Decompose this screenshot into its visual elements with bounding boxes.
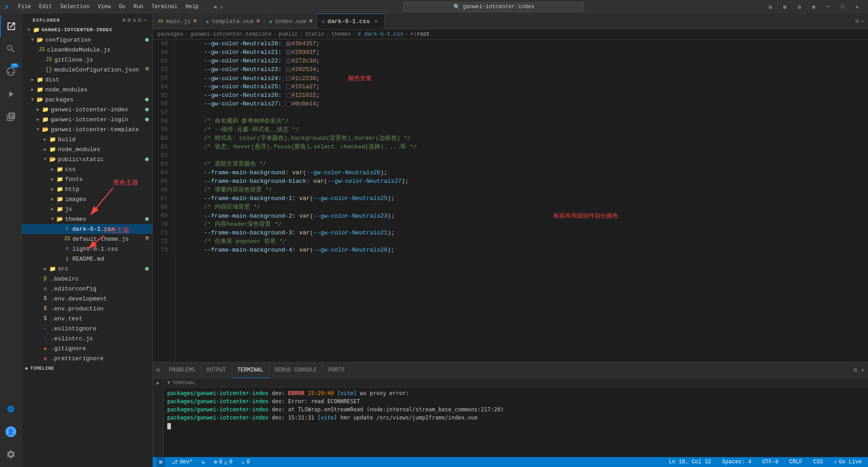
sidebar-item-gitignore[interactable]: ◆ .gitignore: [22, 343, 152, 353]
search-box[interactable]: 🔍 ganwei-iotcenter-index: [403, 2, 584, 12]
sidebar-item-js-folder[interactable]: ▶ 📁 js: [22, 204, 152, 214]
timeline-section[interactable]: ▶ TIMELINE: [22, 363, 152, 373]
statusbar-encoding[interactable]: UTF-8: [760, 457, 781, 467]
sidebar-item-build[interactable]: ▶ 📁 build: [22, 134, 152, 144]
menu-edit[interactable]: Edit: [35, 3, 56, 11]
statusbar-spaces[interactable]: Spaces: 4: [719, 457, 754, 467]
sidebar-item-configuration[interactable]: ▼ 📂 configuration: [22, 35, 152, 45]
breadcrumb-root[interactable]: ⚡:root: [410, 31, 429, 38]
panel-tab-debug[interactable]: DEBUG CONSOLE: [269, 362, 323, 378]
layout3-button[interactable]: ⊟: [793, 2, 806, 11]
menu-run[interactable]: Run: [130, 3, 147, 11]
sidebar-item-css[interactable]: ▶ 📁 css: [22, 164, 152, 174]
sidebar-item-light-css[interactable]: # light-6-1.css: [22, 244, 152, 254]
sidebar-item-node-modules[interactable]: ▶ 📁 node_modules: [22, 85, 152, 95]
activity-remote[interactable]: [0, 398, 22, 420]
sidebar-item-readme[interactable]: ℹ README.md: [22, 254, 152, 264]
activity-source-control[interactable]: 15: [0, 61, 22, 82]
sidebar-item-images[interactable]: ▶ 📁 images: [22, 194, 152, 204]
breadcrumb-public[interactable]: public: [278, 31, 298, 38]
minimize-button[interactable]: ─: [822, 2, 835, 11]
layout4-button[interactable]: ⊞: [807, 2, 820, 11]
sidebar-item-src[interactable]: ▶ 📁 src: [22, 264, 152, 274]
statusbar-sync[interactable]: ↻: [199, 457, 208, 467]
activity-account[interactable]: 👤: [0, 421, 22, 443]
sidebar-item-dark-css[interactable]: # dark-6-1.css: [22, 224, 152, 234]
back-button[interactable]: ◀: [213, 3, 217, 10]
statusbar-info[interactable]: ⚠ 0: [239, 457, 252, 467]
sidebar-item-env-test[interactable]: $ .env.test: [22, 314, 152, 324]
sidebar-item-moduleConfiguration[interactable]: {} moduleConfiguration.json M: [22, 65, 152, 75]
panel-maximize-icon[interactable]: ⊞: [854, 367, 857, 374]
sidebar-item-nm2[interactable]: ▶ 📁 node_modules: [22, 144, 152, 154]
statusbar-line-ending[interactable]: CRLF: [787, 457, 805, 467]
statusbar-remote[interactable]: ⊞: [156, 457, 165, 467]
code-content[interactable]: --gw-color-Neutrals20: #3b4357; --gw-col…: [175, 39, 868, 362]
sidebar-item-editorconfig[interactable]: ⚙ .editorconfig: [22, 284, 152, 294]
statusbar-errors[interactable]: ⊗ 0 △ 0: [211, 457, 235, 467]
sidebar-item-cleanNodeModule[interactable]: JS cleanNodeModule.js: [22, 45, 152, 55]
sidebar-new-file-icon[interactable]: ⊕: [123, 17, 126, 23]
sidebar-item-git[interactable]: ▼ 📂 ganwei-iotcenter-template: [22, 124, 152, 134]
breadcrumb-dark-css[interactable]: # dark-6-1.css: [358, 31, 403, 38]
forward-button[interactable]: ▶: [220, 3, 224, 10]
breadcrumb-template[interactable]: ganwei-iotcenter-template: [190, 31, 272, 38]
sidebar-item-gil[interactable]: ▶ 📁 ganwei-iotcenter-login: [22, 114, 152, 124]
panel-tab-terminal[interactable]: TERMINAL: [232, 362, 269, 378]
menu-go[interactable]: Go: [115, 3, 129, 11]
maximize-button[interactable]: □: [836, 2, 849, 11]
tab-template-vue[interactable]: ◈ template.vue M: [201, 14, 264, 29]
sidebar-item-env-prod[interactable]: $ .env.production: [22, 304, 152, 314]
sidebar-item-gitClone[interactable]: JS gitClone.js: [22, 55, 152, 65]
sidebar-item-fonts[interactable]: ▶ 📁 fonts: [22, 174, 152, 184]
menu-terminal[interactable]: Terminal: [148, 3, 181, 11]
sidebar-item-env-dev[interactable]: $ .env.development: [22, 294, 152, 304]
sidebar-item-dist[interactable]: ▶ 📁 dist: [22, 75, 152, 85]
menu-view[interactable]: View: [94, 3, 114, 11]
tab-dark-css[interactable]: # dark-6-1.css ✕: [317, 14, 385, 29]
menu-help[interactable]: Help: [182, 3, 203, 11]
statusbar-go-live[interactable]: ⚡ Go Live: [831, 457, 864, 467]
panel-toggle[interactable]: ⊟: [153, 362, 164, 378]
sidebar-item-eslintrc[interactable]: ✦ .eslintrc.js: [22, 334, 152, 343]
tab-main-js[interactable]: JS main.js M: [153, 14, 201, 29]
activity-extensions[interactable]: [0, 106, 22, 128]
activity-settings[interactable]: [0, 443, 22, 465]
menu-file[interactable]: File: [14, 3, 35, 11]
split-editor-icon[interactable]: ⊟: [855, 18, 859, 25]
panel-tab-ports[interactable]: PORTS: [323, 362, 350, 378]
sidebar-item-prettierignore[interactable]: ✿ .prettierignore: [22, 353, 152, 363]
sidebar-collapse-icon[interactable]: ⊟: [138, 17, 142, 23]
close-button[interactable]: ✕: [851, 2, 863, 11]
code-editor[interactable]: 49 50 51 52 53 54 55 56 57 58 59 60 61 6…: [153, 39, 868, 362]
sidebar-refresh-icon[interactable]: ↻: [133, 17, 137, 23]
sidebar-item-themes[interactable]: ▼ 📂 themes: [22, 214, 152, 224]
sidebar-more-icon[interactable]: ⋯: [143, 17, 147, 23]
sidebar-item-http[interactable]: ▶ 📁 http: [22, 184, 152, 194]
panel-tab-problems[interactable]: PROBLEMS: [164, 362, 201, 378]
more-actions-icon[interactable]: ⋯: [861, 18, 864, 25]
activity-explorer[interactable]: [0, 15, 22, 37]
statusbar-language[interactable]: CSS: [811, 457, 826, 467]
layout2-button[interactable]: ⊞: [778, 2, 791, 11]
panel-tab-output[interactable]: OUTPUT: [201, 362, 232, 378]
statusbar-line-col[interactable]: Ln 18, Col 32: [666, 457, 714, 467]
breadcrumb-packages[interactable]: packages: [157, 31, 184, 38]
sidebar-item-gii[interactable]: ▶ 📁 ganwei-iotcenter-index: [22, 105, 152, 114]
sidebar-item-packages[interactable]: ▼ 📂 packages: [22, 95, 152, 105]
tab-index-vue[interactable]: ◈ index.vue M: [264, 14, 317, 29]
sidebar-new-folder-icon[interactable]: ⊞: [128, 17, 132, 23]
sidebar-root[interactable]: ▼ 📁 GANWEI-IOTCENTER-INDEX: [22, 25, 152, 35]
breadcrumb-static[interactable]: static: [305, 31, 324, 38]
statusbar-branch[interactable]: ⎇ dev*: [169, 457, 195, 467]
sidebar-item-public-static[interactable]: ▼ 📂 public\static: [22, 154, 152, 164]
terminal-content[interactable]: packages/ganwei-iotcenter-index dev: ERR…: [164, 387, 868, 457]
panel-close-icon[interactable]: ✕: [861, 367, 864, 374]
sidebar-item-default-theme[interactable]: JS default-theme.js M: [22, 234, 152, 244]
breadcrumb-themes[interactable]: themes: [331, 31, 351, 38]
activity-run[interactable]: [0, 83, 22, 105]
activity-search[interactable]: [0, 38, 22, 60]
sidebar-item-babelrc[interactable]: β .babelrc: [22, 274, 152, 284]
menu-selection[interactable]: Selection: [57, 3, 93, 11]
tab-dark-css-close[interactable]: ✕: [373, 18, 380, 25]
